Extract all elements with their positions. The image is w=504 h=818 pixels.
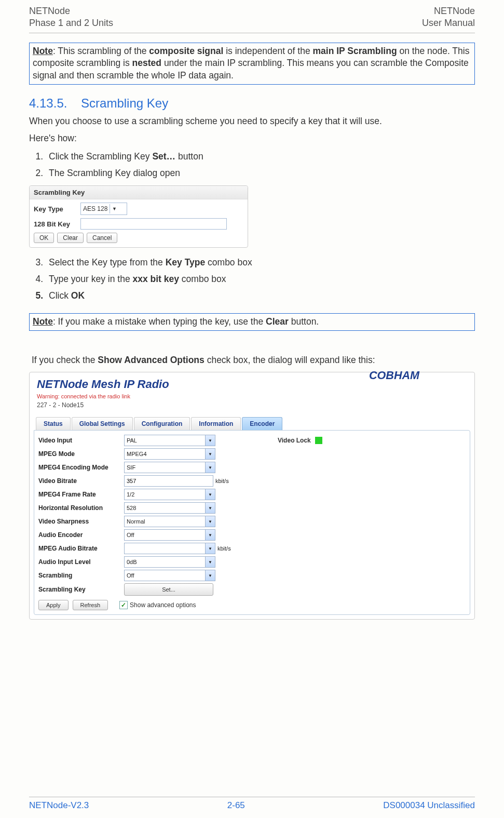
video-lock-indicator (315, 437, 322, 444)
section-title: 4.13.5. Scrambling Key (29, 96, 475, 111)
key-type-select[interactable]: AES 128 ▼ (80, 203, 127, 215)
field-label: Scrambling (38, 572, 124, 579)
header-subtitle: Phase 1 and 2 Units (29, 17, 113, 29)
svg-text:COBHAM: COBHAM (369, 369, 420, 382)
step-2: The Scrambling Key dialog open (46, 166, 475, 180)
unit-label: kbit/s (217, 545, 231, 552)
header-doc-type: User Manual (422, 17, 475, 29)
note-box-clear: Note: If you make a mistake when typing … (29, 313, 475, 331)
chevron-down-icon: ▼ (205, 503, 215, 513)
field-label: Audio Input Level (38, 558, 124, 566)
encoder-row-mpeg4-frame-rate: MPEG4 Frame Rate1/2▼ (38, 489, 466, 500)
page-footer: NETNode-V2.3 2-65 DS000034 Unclassified (29, 797, 475, 811)
chevron-down-icon: ▼ (110, 204, 118, 213)
ok-button[interactable]: OK (34, 233, 54, 243)
tab-status[interactable]: Status (36, 417, 71, 430)
scrambling-select[interactable]: Off▼ (124, 570, 215, 581)
video-input-select[interactable]: PAL▼ (124, 435, 215, 446)
section-name: Scrambling Key (81, 96, 168, 110)
video-lock-label: Video Lock (278, 437, 311, 444)
field-label: Video Input (38, 437, 124, 444)
bit-key-label: 128 Bit Key (34, 220, 80, 228)
tab-information[interactable]: Information (191, 417, 241, 430)
refresh-button[interactable]: Refresh (73, 600, 108, 610)
step-1: Click the Scrambling Key Set… button (46, 149, 475, 164)
note2-prefix: Note (33, 316, 53, 327)
field-label: MPEG Mode (38, 450, 124, 458)
header-product: NETNode (29, 5, 113, 17)
step-3: Select the Key type from the Key Type co… (46, 255, 475, 270)
field-label: MPEG Audio Bitrate (38, 545, 124, 552)
encoder-row-scrambling-key: Scrambling KeySet... (38, 583, 466, 596)
header-right: NETNode User Manual (422, 5, 475, 30)
show-advanced-label: Show advanced options (130, 601, 196, 609)
audio-input-level-select[interactable]: 0dB▼ (124, 556, 215, 568)
cobham-logo: COBHAM (369, 368, 462, 386)
page-header: NETNode Phase 1 and 2 Units NETNode User… (29, 5, 475, 33)
tab-global-settings[interactable]: Global Settings (72, 417, 133, 430)
encoder-row-video-input: Video InputPAL▼Video Lock (38, 435, 466, 446)
footer-right: DS000034 Unclassified (383, 800, 475, 811)
intro-text-1: When you choose to use a scrambling sche… (29, 115, 475, 128)
mpeg-mode-select[interactable]: MPEG4▼ (124, 448, 215, 460)
chevron-down-icon: ▼ (205, 516, 215, 527)
mpeg4-frame-rate-select[interactable]: 1/2▼ (124, 489, 215, 500)
encoder-row-mpeg-mode: MPEG ModeMPEG4▼ (38, 448, 466, 460)
note-box-composite-scrambling: Note: This scrambling of the composite s… (29, 43, 475, 85)
show-advanced-checkbox[interactable]: ✓ Show advanced options (119, 601, 196, 609)
field-label: MPEG4 Encoding Mode (38, 464, 124, 471)
step-5: Click OK (46, 288, 475, 303)
step-4: Type your key in the xxx bit key combo b… (46, 272, 475, 286)
scrambling-key-dialog: Scrambling Key Key Type AES 128 ▼ 128 Bi… (29, 185, 248, 248)
encoder-row-mpeg4-encoding-mode: MPEG4 Encoding ModeSIF▼ (38, 462, 466, 473)
chevron-down-icon: ▼ (205, 530, 215, 540)
bit-key-input[interactable] (80, 218, 227, 230)
footer-center: 2-65 (227, 800, 245, 811)
field-label: Audio Encoder (38, 531, 124, 539)
steps-list-1: Click the Scrambling Key Set… button The… (29, 149, 475, 180)
encoder-form: Video InputPAL▼Video LockMPEG ModeMPEG4▼… (34, 430, 470, 615)
field-label: Horizontal Resolution (38, 504, 124, 512)
encoder-panel: NETNode Mesh IP Radio COBHAM Warning: co… (29, 372, 475, 620)
steps-list-2: Select the Key type from the Key Type co… (29, 255, 475, 303)
encoder-row-audio-input-level: Audio Input Level0dB▼ (38, 556, 466, 568)
field-label: Video Bitrate (38, 477, 124, 485)
field-label: Scrambling Key (38, 586, 124, 593)
scrambling-key-set-button[interactable]: Set... (124, 583, 213, 596)
tab-encoder[interactable]: Encoder (242, 417, 282, 430)
tab-configuration[interactable]: Configuration (134, 417, 190, 430)
encoder-row-video-sharpness: Video SharpnessNormal▼ (38, 516, 466, 527)
advanced-expand-text: If you check the Show Advanced Options c… (29, 354, 475, 367)
field-label: MPEG4 Frame Rate (38, 491, 124, 498)
chevron-down-icon: ▼ (205, 435, 215, 446)
cancel-button[interactable]: Cancel (87, 233, 117, 243)
section-number: 4.13.5. (29, 96, 67, 110)
encoder-row-audio-encoder: Audio EncoderOff▼ (38, 529, 466, 541)
panel-warning: Warning: connected via the radio link (37, 393, 467, 399)
chevron-down-icon: ▼ (205, 557, 215, 567)
audio-encoder-select[interactable]: Off▼ (124, 529, 215, 541)
intro-text-2: Here's how: (29, 132, 475, 145)
clear-button[interactable]: Clear (57, 233, 84, 243)
mpeg-audio-bitrate-select[interactable]: ▼ (124, 543, 215, 554)
encoder-row-video-bitrate: Video Bitratekbit/s (38, 475, 466, 487)
mpeg4-encoding-mode-select[interactable]: SIF▼ (124, 462, 215, 473)
chevron-down-icon: ▼ (205, 449, 215, 459)
chevron-down-icon: ▼ (205, 489, 215, 500)
tab-bar: StatusGlobal SettingsConfigurationInform… (30, 411, 474, 430)
video-sharpness-select[interactable]: Normal▼ (124, 516, 215, 527)
video-bitrate-input[interactable] (124, 475, 213, 487)
key-type-label: Key Type (34, 205, 80, 213)
apply-button[interactable]: Apply (38, 600, 69, 610)
encoder-row-horizontal-resolution: Horizontal Resolution528▼ (38, 502, 466, 514)
checkmark-icon: ✓ (119, 601, 128, 609)
chevron-down-icon: ▼ (205, 543, 215, 554)
chevron-down-icon: ▼ (205, 570, 215, 581)
unit-label: kbit/s (215, 478, 229, 484)
note-prefix: Note (33, 46, 53, 56)
footer-left: NETNode-V2.3 (29, 800, 89, 811)
encoder-row-scrambling: ScramblingOff▼ (38, 570, 466, 581)
panel-subtitle: 227 - 2 - Node15 (37, 401, 467, 409)
header-left: NETNode Phase 1 and 2 Units (29, 5, 113, 30)
horizontal-resolution-select[interactable]: 528▼ (124, 502, 215, 514)
